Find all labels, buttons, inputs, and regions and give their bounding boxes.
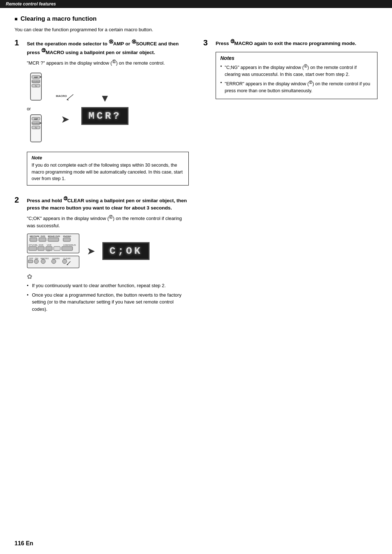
step-3-number: 3 (203, 38, 212, 104)
svg-rect-25 (39, 238, 46, 241)
svg-rect-44 (28, 260, 33, 263)
step-2-content: Press and hold ㉓CLEAR using a ballpoint … (27, 196, 189, 315)
step-2: 2 Press and hold ㉓CLEAR using a ballpoin… (15, 196, 189, 315)
svg-text:BD/HD DVD: BD/HD DVD (48, 235, 60, 237)
page-footer: 116 En (15, 540, 33, 547)
svg-point-46 (41, 259, 45, 264)
note-label: Note (32, 155, 184, 160)
svg-text:DVR: DVR (39, 244, 44, 246)
svg-text:DVD: DVD (41, 235, 45, 237)
svg-rect-36 (62, 247, 73, 250)
header-bar: Remote control features (0, 0, 392, 8)
svg-rect-26 (48, 238, 59, 241)
step-2-diagram: MD/TAPE DVD BD/HD DVD PHONO DTV/CB (27, 233, 189, 268)
step-1-note-box: Note If you do not complete each of the … (27, 152, 189, 186)
step-1-desc: "MCR ?" appears in the display window (⑫… (27, 58, 189, 67)
svg-rect-33 (38, 247, 44, 250)
section-title: Clearing a macro function (20, 15, 97, 23)
notes-label: Notes (220, 55, 373, 61)
svg-rect-35 (54, 247, 60, 250)
note-item-2: "ERROR" appears in the display window (⑫… (220, 80, 373, 94)
step-1-title: Set the operation mode selector to ⑭AMP … (27, 38, 189, 57)
remote-panel-top-svg: MD/TAPE DVD BD/HD DVD PHONO DTV/CB (27, 233, 79, 253)
arrow-right-icon: ➤ (61, 113, 69, 125)
svg-text:SOURCE: SOURCE (32, 122, 40, 125)
macro-pen-icon: MACRO (56, 93, 74, 105)
cok-display: C;OK (102, 242, 150, 260)
svg-text:VCR: VCR (47, 244, 52, 246)
svg-text:DTV/CBL: DTV/CBL (29, 244, 38, 246)
step-3-content: Press ㉓MACRO again to exit the macro pro… (216, 38, 377, 104)
svg-marker-18 (67, 99, 69, 101)
svg-text:☞: ☞ (47, 248, 51, 253)
right-column: 3 Press ㉓MACRO again to exit the macro p… (203, 38, 377, 320)
tip-icon: ✿ (27, 273, 189, 281)
step-2-title: Press and hold ㉓CLEAR using a ballpoint … (27, 196, 189, 212)
remote-amp-svg: AMP SOURCE TV (27, 71, 49, 104)
remote-panels: MD/TAPE DVD BD/HD DVD PHONO DTV/CB (27, 233, 79, 268)
svg-text:MACRO: MACRO (56, 94, 67, 98)
remote-source-svg: AMP SOURCE TV (27, 113, 49, 146)
note-text: If you do not complete each of the follo… (32, 162, 184, 182)
svg-text:1400/SIRIUS: 1400/SIRIUS (63, 244, 76, 246)
svg-point-48 (62, 259, 67, 264)
svg-text:SOURCE: SOURCE (32, 81, 40, 83)
svg-point-45 (34, 259, 38, 264)
down-arrow-icon: ▼ (100, 93, 110, 104)
main-content: Clearing a macro function You can clear … (0, 8, 392, 327)
step-1: 1 Set the operation mode selector to ⑭AM… (15, 38, 189, 191)
mcr-display: MCR? (81, 107, 128, 125)
step-2-desc: "C;OK" appears in the display window (⑫)… (27, 214, 189, 229)
step-3-title: Press ㉓MACRO again to exit the macro pro… (216, 38, 377, 47)
page-number: 116 En (15, 540, 33, 546)
or-text: or (27, 106, 49, 111)
two-column-layout: 1 Set the operation mode selector to ⑭AM… (15, 38, 377, 320)
remote-panel-bottom-svg: OFF ON MACRO LEARN CLEAR (27, 256, 79, 268)
step-1-content: Set the operation mode selector to ⑭AMP … (27, 38, 189, 191)
section-intro: You can clear the function programmed fo… (15, 26, 377, 33)
svg-text:AMP: AMP (34, 118, 38, 120)
tip-list: If you continuously want to clear anothe… (27, 282, 189, 313)
note-item-1: "C;NG" appears in the display window (⑫)… (220, 63, 373, 78)
macro-label-svg: MACRO (56, 93, 74, 103)
remote-side-illustrations: AMP SOURCE TV or (27, 71, 49, 147)
svg-rect-32 (29, 247, 37, 250)
step-3: 3 Press ㉓MACRO again to exit the macro p… (203, 38, 377, 104)
svg-rect-27 (63, 238, 70, 241)
step-1-number: 1 (15, 38, 23, 191)
notes-list: "C;NG" appears in the display window (⑫)… (220, 63, 373, 94)
svg-text:TV: TV (35, 127, 37, 129)
svg-rect-24 (30, 238, 37, 241)
header-text: Remote control features (6, 1, 56, 7)
svg-text:AMP: AMP (34, 76, 38, 78)
step-2-number: 2 (15, 196, 23, 315)
step-3-notes-box: Notes "C;NG" appears in the display wind… (216, 52, 377, 99)
svg-point-47 (52, 259, 56, 264)
tip-2: Once you clear a programmed function, th… (27, 292, 189, 313)
step-1-diagram: AMP SOURCE TV or (27, 71, 189, 147)
section-heading: Clearing a macro function (15, 15, 377, 23)
svg-text:PHONO: PHONO (63, 235, 71, 237)
svg-text:OFF: OFF (29, 257, 33, 260)
svg-text:MD/TAPE: MD/TAPE (30, 235, 40, 237)
svg-text:TV: TV (35, 85, 37, 87)
arrow-right-2-icon: ➤ (87, 245, 95, 257)
tip-1: If you continuously want to clear anothe… (27, 282, 189, 289)
left-column: 1 Set the operation mode selector to ⑭AM… (15, 38, 189, 320)
tips-section: ✿ If you continuously want to clear anot… (27, 273, 189, 313)
svg-text:MACRO: MACRO (41, 257, 49, 260)
